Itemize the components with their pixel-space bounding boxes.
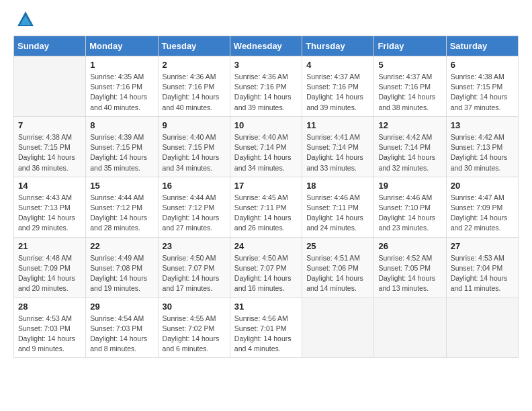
- day-info: Sunrise: 4:39 AMSunset: 7:15 PMDaylight:…: [90, 132, 153, 173]
- day-info: Sunrise: 4:43 AMSunset: 7:13 PMDaylight:…: [18, 193, 81, 234]
- day-info: Sunrise: 4:46 AMSunset: 7:10 PMDaylight:…: [378, 193, 441, 234]
- calendar-cell: 31Sunrise: 4:56 AMSunset: 7:01 PMDayligh…: [230, 298, 302, 358]
- day-number: 10: [234, 120, 298, 130]
- day-number: 6: [451, 60, 514, 70]
- day-info: Sunrise: 4:36 AMSunset: 7:16 PMDaylight:…: [234, 72, 298, 113]
- day-number: 8: [90, 120, 153, 130]
- calendar-cell: 6Sunrise: 4:38 AMSunset: 7:15 PMDaylight…: [446, 56, 518, 117]
- day-number: 3: [234, 60, 298, 70]
- day-info: Sunrise: 4:44 AMSunset: 7:12 PMDaylight:…: [163, 193, 226, 234]
- day-number: 9: [163, 120, 226, 130]
- day-info: Sunrise: 4:47 AMSunset: 7:09 PMDaylight:…: [451, 193, 514, 234]
- day-number: 31: [234, 302, 298, 312]
- day-number: 4: [306, 60, 369, 70]
- calendar-cell: 3Sunrise: 4:36 AMSunset: 7:16 PMDaylight…: [230, 56, 302, 117]
- weekday-header-sunday: Sunday: [14, 36, 86, 56]
- day-number: 1: [90, 60, 153, 70]
- day-info: Sunrise: 4:35 AMSunset: 7:16 PMDaylight:…: [90, 72, 153, 113]
- day-info: Sunrise: 4:56 AMSunset: 7:01 PMDaylight:…: [234, 314, 298, 355]
- day-number: 12: [378, 120, 441, 130]
- weekday-header-saturday: Saturday: [446, 36, 518, 56]
- calendar-cell: [446, 298, 518, 358]
- day-info: Sunrise: 4:40 AMSunset: 7:15 PMDaylight:…: [163, 132, 226, 173]
- calendar-cell: 2Sunrise: 4:36 AMSunset: 7:16 PMDaylight…: [158, 56, 230, 117]
- calendar-table: SundayMondayTuesdayWednesdayThursdayFrid…: [13, 36, 519, 358]
- day-info: Sunrise: 4:50 AMSunset: 7:07 PMDaylight:…: [163, 253, 226, 294]
- day-number: 13: [451, 120, 514, 130]
- day-number: 29: [90, 302, 153, 312]
- day-info: Sunrise: 4:42 AMSunset: 7:13 PMDaylight:…: [451, 132, 514, 173]
- day-number: 25: [306, 241, 369, 251]
- weekday-header-wednesday: Wednesday: [230, 36, 302, 56]
- day-number: 15: [90, 181, 153, 191]
- day-number: 16: [163, 181, 226, 191]
- calendar-cell: 26Sunrise: 4:52 AMSunset: 7:05 PMDayligh…: [374, 237, 446, 298]
- calendar-cell: [374, 298, 446, 358]
- calendar-week-row: 21Sunrise: 4:48 AMSunset: 7:09 PMDayligh…: [14, 237, 519, 298]
- day-info: Sunrise: 4:49 AMSunset: 7:08 PMDaylight:…: [90, 253, 153, 294]
- calendar-week-row: 28Sunrise: 4:53 AMSunset: 7:03 PMDayligh…: [14, 298, 519, 358]
- day-number: 14: [18, 181, 81, 191]
- calendar-week-row: 7Sunrise: 4:38 AMSunset: 7:15 PMDaylight…: [14, 116, 519, 177]
- day-number: 18: [306, 181, 369, 191]
- calendar-cell: [302, 298, 374, 358]
- calendar-cell: 15Sunrise: 4:44 AMSunset: 7:12 PMDayligh…: [86, 177, 158, 237]
- day-info: Sunrise: 4:50 AMSunset: 7:07 PMDaylight:…: [234, 253, 298, 294]
- weekday-header-friday: Friday: [374, 36, 446, 56]
- day-info: Sunrise: 4:48 AMSunset: 7:09 PMDaylight:…: [18, 253, 81, 294]
- day-info: Sunrise: 4:37 AMSunset: 7:16 PMDaylight:…: [306, 72, 369, 113]
- day-info: Sunrise: 4:55 AMSunset: 7:02 PMDaylight:…: [163, 314, 226, 355]
- calendar-cell: 28Sunrise: 4:53 AMSunset: 7:03 PMDayligh…: [14, 298, 86, 358]
- day-info: Sunrise: 4:44 AMSunset: 7:12 PMDaylight:…: [90, 193, 153, 234]
- day-number: 22: [90, 241, 153, 251]
- day-number: 26: [378, 241, 441, 251]
- day-info: Sunrise: 4:38 AMSunset: 7:15 PMDaylight:…: [451, 72, 514, 113]
- weekday-header-tuesday: Tuesday: [158, 36, 230, 56]
- calendar-cell: 7Sunrise: 4:38 AMSunset: 7:15 PMDaylight…: [14, 116, 86, 177]
- day-number: 30: [163, 302, 226, 312]
- day-info: Sunrise: 4:46 AMSunset: 7:11 PMDaylight:…: [306, 193, 369, 234]
- calendar-cell: 4Sunrise: 4:37 AMSunset: 7:16 PMDaylight…: [302, 56, 374, 117]
- calendar-cell: 8Sunrise: 4:39 AMSunset: 7:15 PMDaylight…: [86, 116, 158, 177]
- calendar-cell: 13Sunrise: 4:42 AMSunset: 7:13 PMDayligh…: [446, 116, 518, 177]
- weekday-header-monday: Monday: [86, 36, 158, 56]
- calendar-cell: 12Sunrise: 4:42 AMSunset: 7:14 PMDayligh…: [374, 116, 446, 177]
- day-number: 23: [163, 241, 226, 251]
- calendar-cell: 10Sunrise: 4:40 AMSunset: 7:14 PMDayligh…: [230, 116, 302, 177]
- calendar-cell: 29Sunrise: 4:54 AMSunset: 7:03 PMDayligh…: [86, 298, 158, 358]
- day-info: Sunrise: 4:53 AMSunset: 7:04 PMDaylight:…: [451, 253, 514, 294]
- calendar-cell: 1Sunrise: 4:35 AMSunset: 7:16 PMDaylight…: [86, 56, 158, 117]
- calendar-cell: 18Sunrise: 4:46 AMSunset: 7:11 PMDayligh…: [302, 177, 374, 237]
- calendar-cell: 22Sunrise: 4:49 AMSunset: 7:08 PMDayligh…: [86, 237, 158, 298]
- day-info: Sunrise: 4:53 AMSunset: 7:03 PMDaylight:…: [18, 314, 81, 355]
- day-number: 28: [18, 302, 81, 312]
- day-number: 24: [234, 241, 298, 251]
- calendar-cell: 27Sunrise: 4:53 AMSunset: 7:04 PMDayligh…: [446, 237, 518, 298]
- day-number: 27: [451, 241, 514, 251]
- day-number: 21: [18, 241, 81, 251]
- day-number: 11: [306, 120, 369, 130]
- calendar-cell: 17Sunrise: 4:45 AMSunset: 7:11 PMDayligh…: [230, 177, 302, 237]
- calendar-week-row: 1Sunrise: 4:35 AMSunset: 7:16 PMDaylight…: [14, 56, 519, 117]
- calendar-cell: 9Sunrise: 4:40 AMSunset: 7:15 PMDaylight…: [158, 116, 230, 177]
- calendar-cell: 24Sunrise: 4:50 AMSunset: 7:07 PMDayligh…: [230, 237, 302, 298]
- calendar-week-row: 14Sunrise: 4:43 AMSunset: 7:13 PMDayligh…: [14, 177, 519, 237]
- day-info: Sunrise: 4:40 AMSunset: 7:14 PMDaylight:…: [234, 132, 298, 173]
- day-info: Sunrise: 4:42 AMSunset: 7:14 PMDaylight:…: [378, 132, 441, 173]
- weekday-header-row: SundayMondayTuesdayWednesdayThursdayFrid…: [14, 36, 519, 56]
- day-info: Sunrise: 4:41 AMSunset: 7:14 PMDaylight:…: [306, 132, 369, 173]
- calendar-cell: 21Sunrise: 4:48 AMSunset: 7:09 PMDayligh…: [14, 237, 86, 298]
- page-header: [13, 13, 519, 29]
- day-number: 2: [163, 60, 226, 70]
- day-info: Sunrise: 4:36 AMSunset: 7:16 PMDaylight:…: [163, 72, 226, 113]
- logo: [13, 13, 35, 29]
- calendar-cell: 5Sunrise: 4:37 AMSunset: 7:16 PMDaylight…: [374, 56, 446, 117]
- calendar-cell: 19Sunrise: 4:46 AMSunset: 7:10 PMDayligh…: [374, 177, 446, 237]
- day-info: Sunrise: 4:51 AMSunset: 7:06 PMDaylight:…: [306, 253, 369, 294]
- calendar-cell: 23Sunrise: 4:50 AMSunset: 7:07 PMDayligh…: [158, 237, 230, 298]
- weekday-header-thursday: Thursday: [302, 36, 374, 56]
- day-info: Sunrise: 4:54 AMSunset: 7:03 PMDaylight:…: [90, 314, 153, 355]
- calendar-cell: 20Sunrise: 4:47 AMSunset: 7:09 PMDayligh…: [446, 177, 518, 237]
- day-number: 20: [451, 181, 514, 191]
- day-info: Sunrise: 4:38 AMSunset: 7:15 PMDaylight:…: [18, 132, 81, 173]
